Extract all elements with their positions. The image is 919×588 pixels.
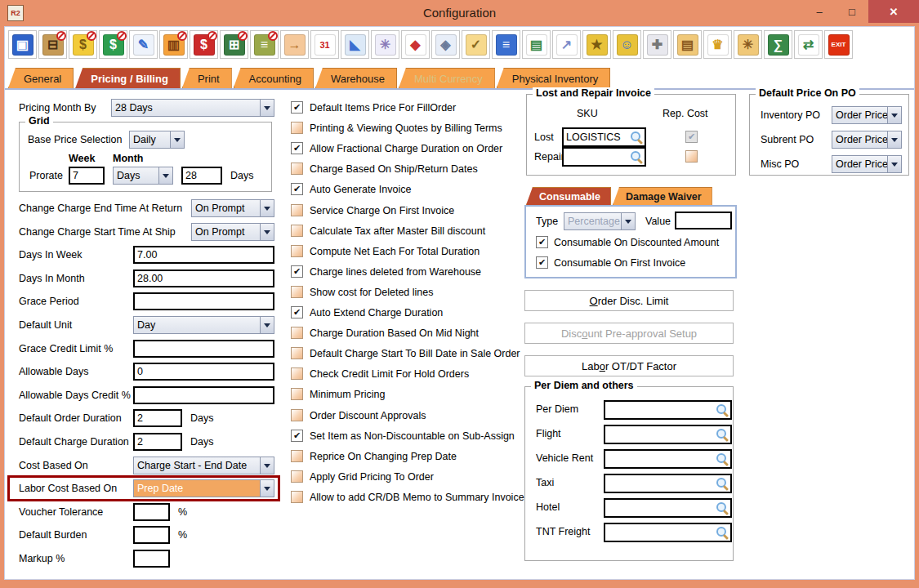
- cost-based-on-select[interactable]: Charge Start - End Date: [133, 457, 274, 474]
- check-credit-limit-for-hold-orders-checkbox[interactable]: [291, 368, 303, 380]
- order-disc-limit-button[interactable]: Order Disc. Limit: [524, 290, 734, 311]
- prorate-month-unit-select[interactable]: Days: [113, 167, 173, 185]
- chevron-down-icon[interactable]: [260, 200, 274, 216]
- charge-lines-deleted-from-warehouse-checkbox[interactable]: ✔: [291, 265, 303, 278]
- charge-duration-based-on-mid-night-checkbox[interactable]: [291, 327, 303, 339]
- prorate-month-input[interactable]: [181, 167, 222, 185]
- search-icon[interactable]: [716, 428, 729, 441]
- chevron-down-icon[interactable]: [887, 131, 901, 148]
- discount-pre-approval-setup-button[interactable]: Discount Pre-approval Setup: [524, 323, 734, 344]
- toolbar-receive-item-button[interactable]: →: [280, 30, 309, 59]
- markup-input[interactable]: [133, 550, 170, 568]
- flight-input[interactable]: [605, 429, 716, 440]
- vehicle-rent-field[interactable]: [604, 449, 732, 469]
- toolbar-edit-order-button[interactable]: ✎: [129, 30, 158, 59]
- vehicle-rent-input[interactable]: [605, 453, 716, 465]
- charge-based-on-ship-return-dates-checkbox[interactable]: [291, 163, 303, 175]
- toolbar-exit-button[interactable]: EXIT: [824, 30, 853, 59]
- auto-generate-invoice-checkbox[interactable]: ✔: [291, 183, 303, 195]
- toolbar-award-statue-button[interactable]: ♛: [703, 30, 732, 59]
- repair-sku-field[interactable]: [562, 147, 646, 167]
- hotel-field[interactable]: [604, 498, 732, 518]
- per-diem-input[interactable]: [605, 404, 716, 416]
- toolbar-folder-settings-button[interactable]: ✳: [734, 30, 762, 59]
- chevron-down-icon[interactable]: [621, 213, 635, 229]
- chevron-down-icon[interactable]: [260, 100, 274, 116]
- lost-sku-input[interactable]: [564, 131, 630, 143]
- tab-general[interactable]: General: [8, 68, 74, 88]
- tab-print[interactable]: Print: [182, 68, 232, 88]
- per-diem-field[interactable]: [604, 400, 732, 420]
- tab-multi-currency[interactable]: Multi Currency: [399, 68, 495, 88]
- search-icon[interactable]: [716, 501, 729, 514]
- prorate-week-input[interactable]: [69, 167, 105, 185]
- search-icon[interactable]: [716, 526, 729, 539]
- repair-sku-input[interactable]: [564, 151, 630, 163]
- misc-po-select[interactable]: Order Price: [832, 155, 902, 173]
- flight-field[interactable]: [604, 425, 732, 444]
- toolbar-folder-verify-button[interactable]: ✓: [462, 30, 490, 59]
- tab-pricing-billing[interactable]: Pricing / Billing: [75, 68, 181, 88]
- toolbar-calculator-settings-button[interactable]: ∑: [764, 30, 792, 59]
- default-charge-duration-input[interactable]: [133, 433, 182, 451]
- search-icon[interactable]: [716, 452, 729, 466]
- chevron-down-icon[interactable]: [260, 480, 274, 497]
- tab-accounting[interactable]: Accounting: [234, 68, 314, 88]
- chevron-down-icon[interactable]: [158, 167, 172, 184]
- tab-consumable[interactable]: Consumable: [526, 187, 611, 205]
- taxi-input[interactable]: [605, 478, 716, 489]
- consumable-on-first-invoice-checkbox[interactable]: ✔: [536, 256, 548, 269]
- change-charge-start-time-at-ship-select[interactable]: On Prompt: [191, 223, 274, 241]
- toolbar-payment-button[interactable]: $: [190, 30, 218, 59]
- hotel-input[interactable]: [605, 502, 716, 514]
- search-icon[interactable]: [716, 403, 729, 416]
- minimum-pricing-checkbox[interactable]: [291, 388, 303, 400]
- toolbar-product-cubes-button[interactable]: ◆: [401, 30, 430, 59]
- default-charge-start-to-bill-date-in-sale-order-checkbox[interactable]: [291, 347, 303, 359]
- lost-rep-cost-checkbox[interactable]: ✔: [685, 131, 698, 143]
- tab-warehouse[interactable]: Warehouse: [315, 68, 397, 88]
- maximize-button[interactable]: □: [836, 0, 868, 23]
- allowable-days-credit-input[interactable]: [133, 386, 274, 404]
- lost-sku-field[interactable]: [562, 127, 646, 147]
- tnt-freight-field[interactable]: [604, 523, 732, 542]
- default-burden-input[interactable]: [133, 526, 170, 544]
- default-order-duration-input[interactable]: [133, 409, 182, 427]
- search-icon[interactable]: [630, 131, 643, 144]
- toolbar-schedule-calendar-button[interactable]: 31: [310, 30, 339, 59]
- toolbar-folder-archive-button[interactable]: ▤: [673, 30, 702, 59]
- service-charge-on-first-invoice-checkbox[interactable]: [291, 204, 303, 216]
- toolbar-document-forward-button[interactable]: ↗: [552, 30, 581, 59]
- chevron-down-icon[interactable]: [260, 457, 274, 474]
- chevron-down-icon[interactable]: [260, 317, 274, 333]
- toolbar-ledger-button[interactable]: ≡: [250, 30, 279, 59]
- calculate-tax-after-master-bill-discount-checkbox[interactable]: [291, 225, 303, 237]
- toolbar-numeric-display-button[interactable]: ≡: [492, 30, 520, 59]
- toolbar-security-search-button[interactable]: ★: [582, 30, 611, 59]
- tnt-freight-input[interactable]: [605, 527, 716, 538]
- default-unit-select[interactable]: Day: [133, 316, 274, 334]
- toolbar-order-form-button[interactable]: ▥: [159, 30, 188, 59]
- chevron-down-icon[interactable]: [887, 107, 901, 123]
- voucher-tolerance-input[interactable]: [133, 503, 170, 521]
- set-item-as-non-discountable-on-sub-assign-checkbox[interactable]: ✔: [291, 430, 303, 442]
- toolbar-document-cubes-button[interactable]: ▤: [522, 30, 551, 59]
- toolbar-price-tag-settings-button[interactable]: ◈: [431, 30, 460, 59]
- toolbar-cash-button[interactable]: $: [69, 30, 97, 59]
- labor-ot-dt-factor-button[interactable]: Labor OT/DT Factor: [524, 355, 734, 376]
- grace-credit-limit-input[interactable]: [133, 340, 274, 358]
- search-icon[interactable]: [716, 477, 729, 490]
- grace-period-input[interactable]: [133, 292, 274, 310]
- toolbar-transfer-form-button[interactable]: ⇄: [794, 30, 823, 59]
- default-items-price-for-fillorder-checkbox[interactable]: ✔: [291, 101, 303, 114]
- toolbar-security-user-button[interactable]: ☺: [613, 30, 641, 59]
- reprice-on-changing-prep-date-checkbox[interactable]: [291, 450, 303, 462]
- repair-rep-cost-checkbox[interactable]: [685, 150, 698, 163]
- toolbar-settings-gears-button[interactable]: ✳: [371, 30, 399, 59]
- show-cost-for-deleted-lines-checkbox[interactable]: [291, 286, 303, 298]
- toolbar-set-square-button[interactable]: ◣: [341, 30, 369, 59]
- auto-extend-charge-duration-checkbox[interactable]: ✔: [291, 306, 303, 318]
- toolbar-save-button[interactable]: ▣: [8, 30, 37, 59]
- pricing-month-by-select[interactable]: 28 Days: [111, 99, 274, 117]
- base-price-selection-select[interactable]: Daily: [129, 131, 185, 149]
